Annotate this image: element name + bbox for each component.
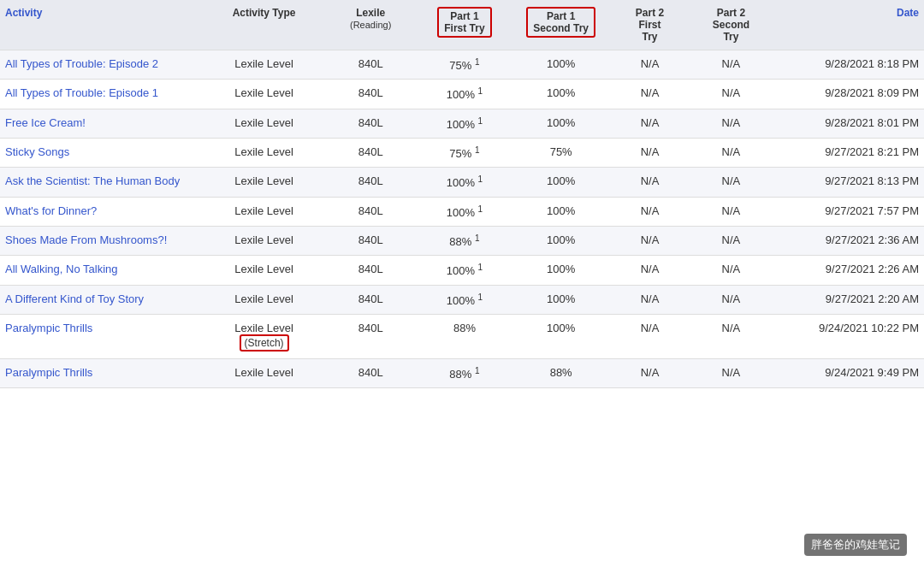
p2-first-try-cell: N/A <box>609 109 690 138</box>
activity-link[interactable]: Free Ice Cream! <box>5 116 86 129</box>
table-row: What's for Dinner?Lexile Level840L100% 1… <box>0 197 924 226</box>
p2-first-try-cell: N/A <box>609 226 690 255</box>
p1-second-try-cell: 100% <box>512 80 609 109</box>
header-date[interactable]: Date <box>772 0 924 50</box>
activity-link[interactable]: All Types of Trouble: Episode 1 <box>5 86 158 99</box>
p1-first-try-cell: 100% 1 <box>417 256 513 285</box>
p1-second-try-cell: 100% <box>512 168 609 197</box>
activity-link[interactable]: All Walking, No Talking <box>5 263 118 275</box>
lexile-cell: 840L <box>325 80 417 109</box>
p2-second-try-cell: N/A <box>690 285 772 314</box>
p2-first-try-cell: N/A <box>609 314 690 358</box>
p2-second-try-cell: N/A <box>690 197 772 226</box>
superscript: 1 <box>475 145 480 155</box>
activity-sort-link[interactable]: Activity <box>5 7 42 19</box>
date-cell: 9/27/2021 7:57 PM <box>772 197 924 226</box>
superscript: 1 <box>478 292 483 302</box>
activity-link[interactable]: Paralympic Thrills <box>5 322 92 334</box>
activity-cell: A Different Kind of Toy Story <box>0 285 203 314</box>
table-row: Shoes Made From Mushrooms?!Lexile Level8… <box>0 226 924 255</box>
activity-cell: All Types of Trouble: Episode 2 <box>0 50 203 80</box>
activity-type-cell: Lexile Level <box>203 168 324 197</box>
p2-first-try-cell: N/A <box>609 285 690 314</box>
activity-link[interactable]: Sticky Songs <box>5 145 69 158</box>
activity-type-cell: Lexile Level <box>203 50 324 80</box>
activity-type-cell: Lexile Level <box>203 109 324 138</box>
p1-second-try-cell: 100% <box>512 285 609 314</box>
p2-first-try-cell: N/A <box>609 197 690 226</box>
p2-first-try-cell: N/A <box>609 358 690 387</box>
activity-link[interactable]: All Types of Trouble: Episode 2 <box>5 57 158 70</box>
activity-link[interactable]: Paralympic Thrills <box>5 366 92 379</box>
type-text: Lexile Level <box>234 322 293 334</box>
activity-type-cell: Lexile Level(Stretch) <box>203 314 324 358</box>
table-row: All Types of Trouble: Episode 1Lexile Le… <box>0 80 924 109</box>
activity-type-cell: Lexile Level <box>203 256 324 285</box>
activity-type-cell: Lexile Level <box>203 80 324 109</box>
date-cell: 9/27/2021 2:26 AM <box>772 256 924 285</box>
superscript: 1 <box>478 86 483 96</box>
date-sort-link[interactable]: Date <box>897 7 919 19</box>
p1-first-try-cell: 75% 1 <box>417 50 513 80</box>
lexile-cell: 840L <box>325 50 417 80</box>
activity-type-cell: Lexile Level <box>203 197 324 226</box>
table-row: Sticky SongsLexile Level840L75% 175%N/AN… <box>0 138 924 167</box>
p2-second-try-cell: N/A <box>690 50 772 80</box>
activity-type-cell: Lexile Level <box>203 358 324 387</box>
p2-second-try-cell: N/A <box>690 80 772 109</box>
superscript: 1 <box>475 57 480 67</box>
table-row: Free Ice Cream!Lexile Level840L100% 1100… <box>0 109 924 138</box>
p1-second-try-cell: 100% <box>512 197 609 226</box>
activity-cell: Ask the Scientist: The Human Body <box>0 168 203 197</box>
activity-cell: Paralympic Thrills <box>0 358 203 387</box>
superscript: 1 <box>475 366 480 375</box>
activity-link[interactable]: What's for Dinner? <box>5 204 97 217</box>
table-row: Paralympic ThrillsLexile Level840L88% 18… <box>0 358 924 387</box>
date-cell: 9/28/2021 8:01 PM <box>772 109 924 138</box>
header-lexile: Lexile(Reading) <box>325 0 417 50</box>
date-cell: 9/24/2021 10:22 PM <box>772 314 924 358</box>
activity-link[interactable]: Ask the Scientist: The Human Body <box>5 174 180 187</box>
lexile-cell: 840L <box>325 285 417 314</box>
p2-second-try-cell: N/A <box>690 256 772 285</box>
p1-first-try-cell: 88% <box>417 314 513 358</box>
p2-second-try-cell: N/A <box>690 109 772 138</box>
date-cell: 9/27/2021 8:13 PM <box>772 168 924 197</box>
superscript: 1 <box>478 174 483 184</box>
activity-cell: Paralympic Thrills <box>0 314 203 358</box>
activity-type-cell: Lexile Level <box>203 138 324 167</box>
activity-cell: All Walking, No Talking <box>0 256 203 285</box>
lexile-cell: 840L <box>325 168 417 197</box>
activity-table: Activity Activity Type Lexile(Reading) P… <box>0 0 924 388</box>
p1-first-try-cell: 100% 1 <box>417 197 513 226</box>
activity-type-cell: Lexile Level <box>203 226 324 255</box>
p1-second-try-cell: 100% <box>512 109 609 138</box>
p2-second-try-cell: N/A <box>690 314 772 358</box>
p2-first-try-cell: N/A <box>609 50 690 80</box>
activity-cell: Shoes Made From Mushrooms?! <box>0 226 203 255</box>
date-cell: 9/27/2021 8:21 PM <box>772 138 924 167</box>
header-p1st: Part 1 Second Try <box>512 0 609 50</box>
p1-first-try-cell: 100% 1 <box>417 80 513 109</box>
activity-link[interactable]: Shoes Made From Mushrooms?! <box>5 233 167 246</box>
header-p2ft: Part 2FirstTry <box>609 0 690 50</box>
table-header-row: Activity Activity Type Lexile(Reading) P… <box>0 0 924 50</box>
table-row: A Different Kind of Toy StoryLexile Leve… <box>0 285 924 314</box>
header-p1ft: Part 1 First Try <box>417 0 513 50</box>
activity-cell: All Types of Trouble: Episode 1 <box>0 80 203 109</box>
p2-second-try-cell: N/A <box>690 358 772 387</box>
date-cell: 9/24/2021 9:49 PM <box>772 358 924 387</box>
header-activity[interactable]: Activity <box>0 0 203 50</box>
lexile-cell: 840L <box>325 197 417 226</box>
superscript: 1 <box>478 204 483 214</box>
superscript: 1 <box>475 233 480 243</box>
p1-second-try-cell: 100% <box>512 226 609 255</box>
activity-link[interactable]: A Different Kind of Toy Story <box>5 292 144 305</box>
lexile-cell: 840L <box>325 256 417 285</box>
stretch-label: (Stretch) <box>240 334 289 351</box>
date-cell: 9/27/2021 2:20 AM <box>772 285 924 314</box>
p1-first-try-cell: 75% 1 <box>417 138 513 167</box>
table-row: Paralympic ThrillsLexile Level(Stretch)8… <box>0 314 924 358</box>
table-row: All Types of Trouble: Episode 2Lexile Le… <box>0 50 924 80</box>
p1-first-try-cell: 100% 1 <box>417 109 513 138</box>
